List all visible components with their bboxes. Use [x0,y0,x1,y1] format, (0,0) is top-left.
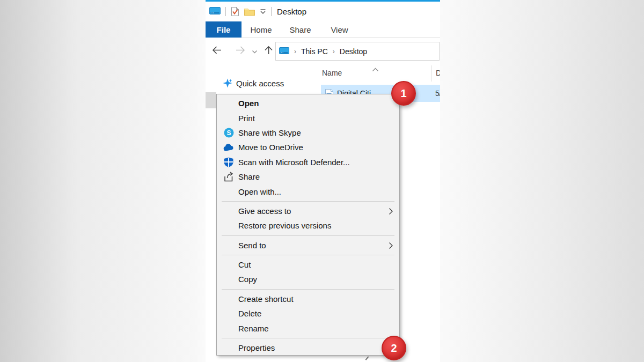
tab-home[interactable]: Home [241,21,281,38]
menu-item-label: Delete [238,309,261,318]
quick-access-star-icon [223,78,232,88]
context-menu-item-give-access-to[interactable]: Give access to [217,204,399,218]
context-menu-item-create-shortcut[interactable]: Create shortcut [217,292,399,306]
tab-share[interactable]: Share [281,21,320,38]
submenu-chevron-icon [389,208,393,217]
tab-file[interactable]: File [206,21,241,38]
this-pc-icon [209,7,221,16]
context-menu-item-restore-previous-versions[interactable]: Restore previous versions [217,218,399,233]
menu-item-label: Open with... [238,187,281,196]
sort-ascending-caret-icon[interactable] [372,64,379,74]
context-menu-item-delete[interactable]: Delete [217,306,399,321]
breadcrumb-chevron-icon: › [333,48,335,55]
context-menu-item-share-with-skype[interactable]: SShare with Skype [217,125,399,140]
breadcrumb-chevron-icon: › [294,48,296,55]
menu-item-label: Share with Skype [238,128,301,137]
context-menu-item-copy[interactable]: Copy [217,272,399,286]
background-artifact [365,356,369,360]
defender-icon [222,157,236,167]
menu-separator [222,289,394,290]
navigation-bar: › This PC › Desktop [206,38,440,64]
context-menu-item-cut[interactable]: Cut [217,257,399,272]
toolbar-separator [225,7,226,16]
breadcrumb[interactable]: › This PC › Desktop [275,42,440,61]
quick-access-toolbar [209,6,272,17]
toolbar-separator [271,7,272,16]
context-menu-item-share[interactable]: Share [217,169,399,184]
back-arrow-icon[interactable] [212,46,222,57]
step-badge-2: 2 [382,336,406,360]
column-header-name[interactable]: Name [322,69,342,77]
context-menu-item-properties[interactable]: Properties [217,341,399,355]
properties-check-icon[interactable] [231,6,239,17]
menu-item-label: Send to [238,241,266,250]
menu-item-label: Restore previous versions [238,221,331,230]
breadcrumb-desktop[interactable]: Desktop [340,47,367,56]
menu-item-label: Cut [238,260,251,269]
forward-arrow-icon[interactable] [235,46,245,57]
customize-toolbar-chevron-icon[interactable] [260,9,266,14]
window-title: Desktop [277,7,306,16]
folder-icon[interactable] [244,8,255,16]
menu-item-label: Copy [238,275,257,284]
menu-separator [222,255,394,255]
sidebar-item-quick-access[interactable]: Quick access [223,78,284,88]
menu-item-label: Create shortcut [238,294,294,304]
column-header-date[interactable]: D [436,69,440,77]
ribbon-tab-bar: File Home Share View [206,21,440,38]
column-divider[interactable] [431,65,432,82]
file-date: 5/ [435,89,440,98]
menu-separator [222,235,394,236]
menu-item-label: Scan with Microsoft Defender... [238,158,350,167]
menu-separator [222,338,394,338]
menu-separator [222,201,394,202]
explorer-window: Desktop File Home Share View [206,0,440,362]
onedrive-icon [222,144,236,151]
context-menu-item-open[interactable]: Open [217,96,399,110]
menu-item-label: Rename [238,324,269,333]
step-badge-1: 1 [391,81,416,106]
title-bar: Desktop [206,2,440,21]
context-menu-item-scan-with-microsoft-defender[interactable]: Scan with Microsoft Defender... [217,155,399,169]
context-menu-item-move-to-onedrive[interactable]: Move to OneDrive [217,140,399,154]
context-menu-item-open-with[interactable]: Open with... [217,184,399,198]
context-menu-item-print[interactable]: Print [217,110,399,125]
background-item-fragment [206,92,216,108]
skype-icon: S [222,128,236,138]
menu-item-label: Share [238,172,260,181]
context-menu-item-send-to[interactable]: Send to [217,238,399,253]
menu-item-label: Move to OneDrive [238,143,303,152]
svg-text:S: S [226,129,231,137]
this-pc-icon [279,47,289,55]
breadcrumb-this-pc[interactable]: This PC [301,47,328,56]
context-menu: OpenPrintSShare with SkypeMove to OneDri… [216,94,400,356]
up-arrow-icon[interactable] [264,46,273,57]
history-chevron-icon[interactable] [252,47,258,56]
quick-access-label: Quick access [236,79,284,88]
menu-item-label: Properties [238,343,275,352]
menu-item-label: Print [238,114,255,123]
tab-view[interactable]: View [320,21,359,38]
menu-item-label: Give access to [238,206,291,216]
context-menu-item-rename[interactable]: Rename [217,321,399,335]
submenu-chevron-icon [389,242,393,251]
menu-item-label: Open [238,99,259,108]
share-icon [222,172,236,182]
